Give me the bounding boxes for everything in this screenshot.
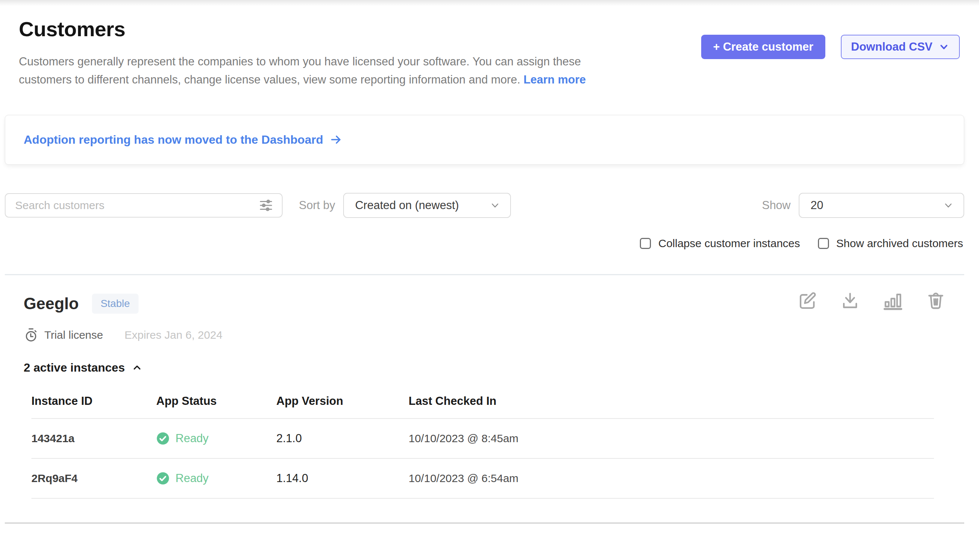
sort-select-value: Created on (newest) bbox=[355, 199, 459, 212]
filter-toolbar: Sort by Created on (newest) Show 20 bbox=[5, 193, 964, 218]
column-header: Last Checked In bbox=[409, 395, 934, 408]
instance-id: 143421a bbox=[32, 432, 156, 445]
download-csv-button[interactable]: Download CSV bbox=[841, 35, 960, 59]
chevron-up-icon bbox=[132, 362, 143, 373]
page-description-text: Customers generally represent the compan… bbox=[19, 55, 581, 86]
page-header: Customers Customers generally represent … bbox=[0, 0, 979, 89]
customer-card: Geeglo Stable bbox=[0, 275, 979, 499]
chevron-down-icon bbox=[938, 42, 949, 52]
license-row: Trial license Expires Jan 6, 2024 bbox=[23, 328, 960, 342]
search-box bbox=[5, 193, 283, 218]
header-actions: + Create customer Download CSV bbox=[701, 35, 960, 59]
instances-toggle-label: 2 active instances bbox=[23, 361, 125, 375]
check-circle-icon bbox=[156, 432, 170, 445]
search-input[interactable] bbox=[15, 199, 258, 212]
stopwatch-icon bbox=[23, 328, 38, 342]
edit-icon[interactable] bbox=[797, 291, 817, 311]
column-header: App Status bbox=[156, 395, 276, 408]
license-expiry: Expires Jan 6, 2024 bbox=[125, 329, 222, 341]
app-status: Ready bbox=[156, 472, 276, 485]
show-select-value: 20 bbox=[811, 199, 823, 212]
bar-chart-icon[interactable] bbox=[883, 291, 903, 311]
table-row: 2Rq9aF4 Ready 1.14.0 10/10/2023 @ 6:54am bbox=[32, 459, 934, 499]
instances-table: Instance ID App Status App Version Last … bbox=[32, 395, 934, 499]
collapse-instances-option[interactable]: Collapse customer instances bbox=[640, 237, 800, 250]
create-customer-button[interactable]: + Create customer bbox=[701, 35, 825, 59]
view-options: Collapse customer instances Show archive… bbox=[5, 237, 963, 250]
last-checked-in: 10/10/2023 @ 6:54am bbox=[409, 472, 934, 485]
sort-select[interactable]: Created on (newest) bbox=[343, 193, 511, 218]
channel-badge: Stable bbox=[92, 294, 138, 313]
license-type: Trial license bbox=[44, 329, 103, 341]
trash-icon[interactable] bbox=[926, 291, 946, 311]
status-label: Ready bbox=[175, 472, 209, 485]
download-icon[interactable] bbox=[840, 291, 860, 311]
download-csv-label: Download CSV bbox=[851, 40, 932, 53]
table-row: 143421a Ready 2.1.0 10/10/2023 @ 8:45am bbox=[32, 419, 934, 459]
app-version: 1.14.0 bbox=[276, 472, 409, 485]
show-archived-checkbox[interactable] bbox=[818, 238, 829, 249]
customer-section-divider bbox=[5, 522, 964, 524]
last-checked-in: 10/10/2023 @ 8:45am bbox=[409, 432, 934, 445]
instances-toggle[interactable]: 2 active instances bbox=[23, 361, 960, 375]
customer-actions bbox=[797, 291, 946, 311]
chevron-down-icon bbox=[943, 200, 954, 211]
status-label: Ready bbox=[175, 432, 209, 445]
instance-id: 2Rq9aF4 bbox=[32, 472, 156, 485]
filter-sliders-icon[interactable] bbox=[258, 198, 274, 213]
collapse-instances-checkbox[interactable] bbox=[640, 238, 651, 249]
app-version: 2.1.0 bbox=[276, 432, 409, 445]
check-circle-icon bbox=[156, 472, 170, 485]
sort-by-label: Sort by bbox=[299, 199, 335, 212]
adoption-banner[interactable]: Adoption reporting has now moved to the … bbox=[5, 115, 964, 165]
customer-name[interactable]: Geeglo bbox=[23, 294, 79, 313]
page-description: Customers generally represent the compan… bbox=[19, 53, 636, 89]
table-header-row: Instance ID App Status App Version Last … bbox=[32, 395, 934, 419]
learn-more-link[interactable]: Learn more bbox=[524, 73, 586, 86]
show-select[interactable]: 20 bbox=[799, 193, 964, 218]
show-archived-option[interactable]: Show archived customers bbox=[818, 237, 963, 250]
collapse-instances-label: Collapse customer instances bbox=[658, 237, 800, 250]
adoption-banner-text: Adoption reporting has now moved to the … bbox=[23, 133, 323, 147]
column-header: App Version bbox=[276, 395, 409, 408]
column-header: Instance ID bbox=[32, 395, 156, 408]
show-archived-label: Show archived customers bbox=[836, 237, 963, 250]
app-status: Ready bbox=[156, 432, 276, 445]
arrow-right-icon bbox=[330, 133, 342, 146]
show-label: Show bbox=[762, 199, 791, 212]
chevron-down-icon bbox=[489, 200, 500, 211]
